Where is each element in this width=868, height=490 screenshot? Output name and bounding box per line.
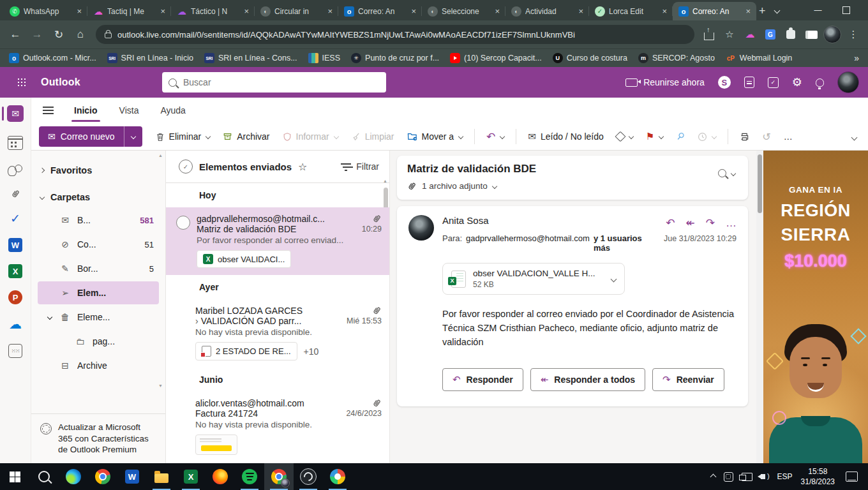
tab-inicio[interactable]: Inicio bbox=[73, 103, 99, 118]
reply-button[interactable]: ↶ bbox=[481, 126, 510, 147]
search-input[interactable] bbox=[182, 77, 380, 88]
language-indicator[interactable]: ESP bbox=[777, 472, 793, 481]
search-box[interactable] bbox=[162, 72, 386, 93]
bookmark-sercop-agosto[interactable]: mSERCOP: Agosto bbox=[638, 53, 715, 63]
folder-pag[interactable]: 🗀pag... bbox=[38, 330, 159, 353]
print-button[interactable] bbox=[734, 128, 755, 145]
group-header-ayer[interactable]: Ayer bbox=[166, 275, 389, 299]
ad-banner[interactable]: GANA EN lA REGIÓN SIERRA $10.000 bbox=[763, 151, 868, 463]
forward-icon[interactable]: ↷ bbox=[706, 216, 715, 230]
tab-ayuda[interactable]: Ayuda bbox=[159, 103, 186, 118]
maximize-button[interactable] bbox=[832, 0, 860, 20]
move-to-button[interactable]: Mover a bbox=[401, 128, 469, 145]
tab-vista[interactable]: Vista bbox=[118, 103, 140, 118]
bookmark-sri-consultas[interactable]: SRISRI en Línea - Cons... bbox=[204, 53, 297, 63]
tray-expand-chevron-icon[interactable] bbox=[711, 475, 715, 479]
favorite-star-icon[interactable]: ☆ bbox=[298, 161, 307, 173]
tab-circular[interactable]: ◐Circular in× bbox=[255, 2, 338, 20]
pin-button[interactable] bbox=[670, 128, 691, 145]
browser-profile-avatar[interactable] bbox=[823, 26, 841, 43]
taskbar-search[interactable] bbox=[29, 463, 59, 490]
folder-junk[interactable]: ⊘Co...51 bbox=[38, 233, 159, 256]
taskbar-spotify[interactable] bbox=[235, 463, 264, 490]
attachments-summary[interactable]: 1 archivo adjunto bbox=[407, 181, 718, 191]
mail-item-1[interactable]: gadprvallehermoso@hotmail.c... Matriz de… bbox=[166, 207, 389, 275]
reply-button[interactable]: ↶Responder bbox=[442, 368, 523, 391]
mail-item-3[interactable]: aliclor.ventas@hotmail.com Factura 24172… bbox=[166, 392, 389, 462]
thread-expand-icon[interactable]: › bbox=[195, 316, 198, 326]
sender-avatar[interactable] bbox=[408, 215, 434, 241]
mail-item-2[interactable]: Maribel LOZADA GARCES ›VALIDACIÓN GAD pa… bbox=[166, 299, 389, 368]
tab-actividad[interactable]: ◐Actividad× bbox=[505, 2, 589, 20]
taskbar-excel[interactable]: X bbox=[176, 463, 206, 490]
bookmark-sercop-youtube[interactable]: (10) Sercop Capacit... bbox=[450, 53, 542, 63]
snooze-button[interactable] bbox=[692, 128, 722, 145]
tips-lightbulb-icon[interactable] bbox=[816, 78, 824, 87]
volume-icon[interactable] bbox=[761, 474, 769, 479]
more-recipients[interactable]: y 1 usuarios más bbox=[594, 234, 660, 253]
bookmark-sri-inicio[interactable]: SRISRI en Línea - Inicio bbox=[107, 53, 193, 63]
archive-button[interactable]: Archivar bbox=[217, 128, 275, 145]
tab-seleccione[interactable]: ◐Seleccione× bbox=[422, 2, 505, 20]
more-attachments-count[interactable]: +10 bbox=[304, 346, 319, 357]
reply-all-button[interactable]: ↞Responder a todos bbox=[530, 368, 645, 391]
tab-close-icon[interactable]: × bbox=[75, 6, 84, 16]
group-header-hoy[interactable]: Hoy bbox=[166, 183, 389, 207]
taskbar-file-explorer[interactable] bbox=[147, 463, 176, 490]
tab-correo-1[interactable]: oCorreo: An× bbox=[338, 2, 422, 20]
onenote-feed-icon[interactable] bbox=[744, 77, 754, 88]
tab-lorca[interactable]: ✓Lorca Edit× bbox=[589, 2, 673, 20]
clock[interactable]: 15:5831/8/2023 bbox=[801, 466, 835, 487]
rail-files-item[interactable] bbox=[0, 188, 31, 199]
scrollbar-thumb[interactable] bbox=[758, 154, 762, 213]
notification-center-icon[interactable] bbox=[846, 471, 858, 482]
browser-menu-kebab-icon[interactable]: ⋮ bbox=[845, 26, 862, 43]
rail-mail-item[interactable]: ✉ bbox=[0, 105, 31, 122]
folder-drafts[interactable]: ✎Bor...5 bbox=[38, 257, 159, 280]
tab-close-icon[interactable]: × bbox=[242, 6, 251, 16]
home-icon[interactable]: ⌂ bbox=[71, 26, 89, 43]
more-options-icon[interactable]: … bbox=[726, 217, 737, 230]
attachment-dropdown-chevron-icon[interactable] bbox=[610, 276, 617, 282]
forward-button[interactable]: ↷Reenviar bbox=[652, 368, 724, 391]
tab-close-icon[interactable]: × bbox=[660, 6, 669, 16]
bookmark-outlook[interactable]: oOutlook.com - Micr... bbox=[9, 53, 96, 63]
taskbar-chrome-active[interactable] bbox=[264, 463, 294, 490]
taskbar-paint3d[interactable] bbox=[323, 463, 352, 490]
settings-gear-icon[interactable]: ⚙ bbox=[792, 77, 802, 88]
flag-button[interactable]: ⚑ bbox=[640, 127, 669, 146]
report-button[interactable]: Informar bbox=[277, 128, 344, 145]
attachment-tile[interactable]: X obser VALIDACION_VALLE H...52 KB bbox=[442, 263, 625, 295]
toolbar-more-button[interactable]: … bbox=[778, 128, 798, 145]
rail-more-apps-item[interactable]: ⁙⁙ bbox=[0, 344, 31, 358]
scroll-down-icon[interactable]: ▼ bbox=[158, 383, 163, 388]
tab-correo-active[interactable]: oCorreo: An× bbox=[673, 2, 756, 20]
group-header-junio[interactable]: Junio bbox=[166, 368, 389, 392]
share-icon[interactable] bbox=[701, 26, 717, 43]
new-mail-button[interactable]: ✉Correo nuevo bbox=[39, 126, 142, 147]
outlook-app-name[interactable]: Outlook bbox=[31, 77, 162, 88]
extensions-puzzle-icon[interactable] bbox=[782, 26, 799, 43]
bookmark-punto-cruz[interactable]: ✳Punto de cruz por f... bbox=[351, 53, 439, 63]
attachment-chip[interactable]: Xobser VALIDACI... bbox=[197, 250, 291, 268]
folder-archive[interactable]: ⊟Archive bbox=[38, 354, 159, 377]
new-mail-dropdown-chevron-icon[interactable] bbox=[124, 126, 142, 147]
rail-word-item[interactable]: W bbox=[0, 238, 31, 252]
tab-close-icon[interactable]: × bbox=[744, 6, 752, 16]
favorites-header[interactable]: Favoritos bbox=[31, 160, 165, 181]
app-launcher-waffle-icon[interactable] bbox=[0, 67, 31, 98]
collapse-ribbon-chevron-icon[interactable] bbox=[852, 131, 857, 142]
tab-tactiq[interactable]: ☁Tactiq | Me× bbox=[87, 2, 171, 20]
bookmarks-overflow-icon[interactable]: » bbox=[854, 53, 859, 63]
reading-pane-scrollbar[interactable] bbox=[756, 151, 763, 463]
taskbar-edge[interactable] bbox=[59, 463, 88, 490]
undo-button[interactable]: ↺ bbox=[756, 127, 776, 147]
rail-excel-item[interactable]: X bbox=[0, 264, 31, 278]
taskbar-firefox[interactable] bbox=[206, 463, 235, 490]
tab-close-icon[interactable]: × bbox=[493, 6, 502, 16]
taskbar-obs[interactable] bbox=[294, 463, 323, 490]
folders-header[interactable]: Carpetas bbox=[31, 186, 165, 208]
tab-whatsapp[interactable]: ✆WhatsApp× bbox=[4, 2, 87, 20]
sender-name[interactable]: Anita Sosa bbox=[442, 215, 489, 226]
minimize-button[interactable]: — bbox=[804, 0, 832, 20]
